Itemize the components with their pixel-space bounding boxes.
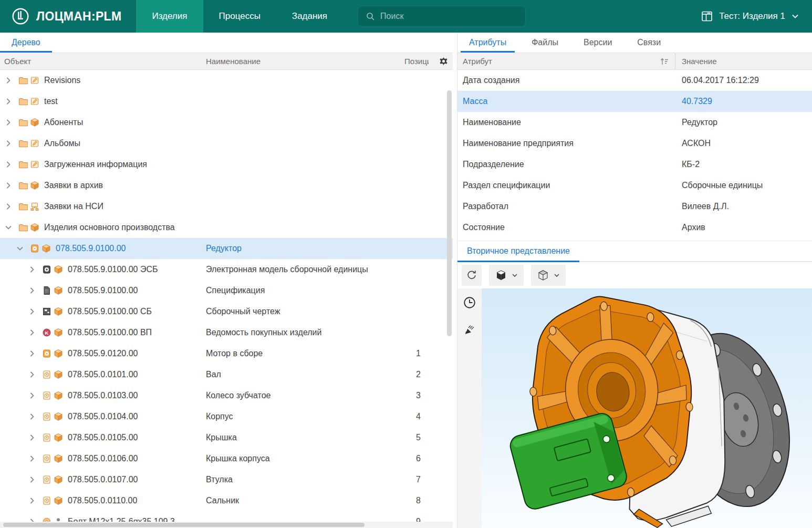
tree-row[interactable]: Изделия основного производства: [0, 217, 453, 238]
nav-tab-2[interactable]: Задания: [276, 0, 343, 33]
chevron-right-icon[interactable]: [4, 118, 13, 127]
tree-row[interactable]: Альбомы: [0, 133, 453, 154]
attribute-label: Масса: [457, 97, 675, 106]
chevron-right-icon[interactable]: [28, 433, 36, 442]
chevron-down-icon[interactable]: [16, 244, 24, 253]
workspace-selector[interactable]: Тест: Изделия 1: [701, 10, 799, 23]
tree-row[interactable]: Заявки в архив: [0, 175, 453, 196]
attribute-value: 06.04.2017 16:12:29: [675, 76, 759, 85]
attribute-row[interactable]: Наименование предприятияАСКОН: [457, 133, 812, 154]
search-icon: [366, 12, 375, 21]
doc-edit-icon: [30, 97, 39, 106]
tree-row[interactable]: 078.505.0.0105.00Крышка5: [0, 427, 453, 448]
refresh-button[interactable]: [462, 265, 482, 286]
chevron-down-icon: [554, 272, 560, 278]
doc-edit-icon: [30, 160, 39, 169]
object-code: 078.505.9.0100.00 ВП: [68, 328, 152, 337]
tree-row[interactable]: Абоненты: [0, 112, 453, 133]
tree-row[interactable]: Заявки на НСИ: [0, 196, 453, 217]
column-settings-gear-icon[interactable]: [439, 56, 453, 66]
column-position[interactable]: Позиция: [404, 57, 429, 66]
wireframe-view-button[interactable]: [531, 265, 566, 286]
sort-ascending-icon[interactable]: [659, 56, 670, 67]
tab-0[interactable]: Атрибуты: [461, 33, 515, 53]
chevron-down-icon[interactable]: [4, 223, 13, 232]
object-position: 2: [416, 370, 453, 379]
attribute-label: Подразделение: [457, 160, 675, 169]
object-name: Редуктор: [206, 244, 416, 253]
tab-tree[interactable]: Дерево: [0, 33, 52, 53]
markup-icon[interactable]: [463, 323, 476, 337]
object-code: Абоненты: [44, 118, 83, 127]
tree-row[interactable]: 078.505.9.0100.00Редуктор: [0, 238, 453, 259]
tab-1[interactable]: Файлы: [523, 33, 567, 53]
chevron-right-icon[interactable]: [28, 349, 36, 358]
chevron-right-icon[interactable]: [4, 97, 13, 106]
tree-row[interactable]: K078.505.9.0100.00 ВПВедомость покупных …: [0, 322, 453, 343]
tree-row[interactable]: Revisions: [0, 70, 453, 91]
column-name[interactable]: Наименование: [206, 57, 404, 66]
chevron-right-icon[interactable]: [28, 370, 36, 379]
tree-row[interactable]: 078.505.0.0101.00Вал2: [0, 364, 453, 385]
model3d-icon: [42, 265, 51, 274]
attribute-row[interactable]: НаименованиеРедуктор: [457, 112, 812, 133]
chevron-right-icon[interactable]: [28, 328, 36, 337]
chevron-right-icon[interactable]: [28, 454, 36, 463]
part-doc-icon: [42, 475, 51, 484]
chevron-right-icon[interactable]: [4, 76, 13, 85]
tree-row[interactable]: 078.505.0.0107.00Втулка7: [0, 469, 453, 490]
attribute-row[interactable]: РазработалВилеев Д.Л.: [457, 196, 812, 217]
tree-row[interactable]: test: [0, 91, 453, 112]
column-attribute[interactable]: Атрибут: [463, 57, 492, 66]
object-code: 078.505.0.0107.00: [68, 475, 138, 484]
chevron-right-icon[interactable]: [28, 475, 36, 484]
object-code: Изделия основного производства: [44, 223, 175, 232]
chevron-right-icon[interactable]: [28, 412, 36, 421]
shaded-view-button[interactable]: [489, 265, 524, 286]
object-name: Крышка корпуса: [206, 454, 416, 463]
chevron-right-icon[interactable]: [28, 265, 36, 274]
attribute-value: КБ-2: [675, 160, 700, 169]
tab-secondary-view[interactable]: Вторичное представление: [457, 241, 579, 261]
cube-icon: [54, 475, 63, 484]
tree-row[interactable]: 078.505.9.0100.00 СБСборочный чертеж: [0, 301, 453, 322]
column-value[interactable]: Значение: [675, 57, 717, 66]
chevron-right-icon[interactable]: [28, 286, 36, 295]
chevron-right-icon[interactable]: [4, 202, 13, 211]
tree-row[interactable]: 078.505.9.0100.00Спецификация: [0, 280, 453, 301]
attribute-row[interactable]: Дата создания06.04.2017 16:12:29: [457, 70, 812, 91]
viewer-side-toolbar: [457, 288, 482, 528]
tree-row[interactable]: 078.505.9.0100.00 ЭСБЭлектронная модель …: [0, 259, 453, 280]
chevron-right-icon[interactable]: [4, 181, 13, 190]
tab-2[interactable]: Версии: [575, 33, 620, 53]
chevron-right-icon[interactable]: [28, 496, 36, 505]
cube-icon: [54, 433, 63, 442]
part-doc-icon: [42, 370, 51, 379]
tree-row[interactable]: 078.505.0.0106.00Крышка корпуса6: [0, 448, 453, 469]
attribute-row[interactable]: ПодразделениеКБ-2: [457, 154, 812, 175]
nav-tab-0[interactable]: Изделия: [136, 0, 203, 33]
history-icon[interactable]: [463, 296, 476, 309]
nav-tab-1[interactable]: Процессы: [203, 0, 276, 33]
tree-row[interactable]: 078.505.0.0104.00Корпус4: [0, 406, 453, 427]
model-3d-view[interactable]: [482, 288, 812, 528]
tree-row[interactable]: 078.505.0.0103.00Колесо зубчатое3: [0, 385, 453, 406]
object-name: Электронная модель сборочной единицы: [206, 265, 416, 274]
tab-3[interactable]: Связи: [629, 33, 669, 53]
chevron-right-icon[interactable]: [28, 307, 36, 316]
chevron-right-icon[interactable]: [4, 139, 13, 148]
search-input[interactable]: Поиск: [358, 6, 526, 27]
tree-row[interactable]: Загруженная информация: [0, 154, 453, 175]
tree-horizontal-scrollbar[interactable]: [3, 523, 365, 527]
tree-row[interactable]: 078.505.0.0110.00Сальник8: [0, 490, 453, 511]
chevron-right-icon[interactable]: [4, 160, 13, 169]
chevron-right-icon[interactable]: [28, 391, 36, 400]
attribute-row[interactable]: Масса40.7329: [457, 91, 812, 112]
attribute-row[interactable]: Раздел спецификацииСборочные единицы: [457, 175, 812, 196]
cube-icon: [41, 244, 51, 253]
tree-row[interactable]: 078.505.9.0120.00Мотор в сборе1: [0, 343, 453, 364]
attribute-row[interactable]: СостояниеАрхив: [457, 217, 812, 238]
column-object[interactable]: Объект: [0, 57, 206, 66]
tree-vertical-scrollbar[interactable]: [447, 90, 452, 336]
cube-icon: [54, 370, 63, 379]
